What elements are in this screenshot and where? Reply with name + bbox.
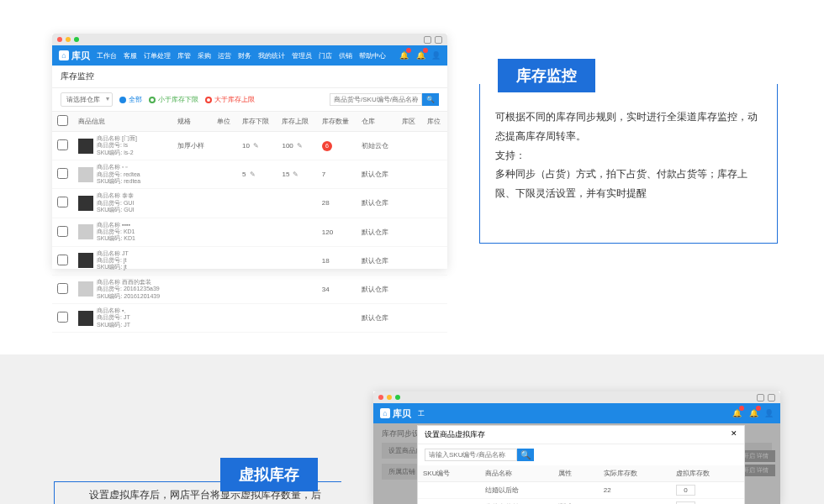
cell-wh: 默认仓库 bbox=[357, 246, 396, 275]
edit-icon[interactable]: ✎ bbox=[293, 171, 298, 178]
cell-qty: 34 bbox=[317, 275, 357, 303]
bell-icon[interactable]: 🔔 bbox=[747, 407, 759, 419]
table-row: 1分的身份付测试10 bbox=[418, 499, 744, 505]
edit-icon[interactable]: ✎ bbox=[253, 142, 259, 150]
cell-wh: 默认仓库 bbox=[357, 275, 396, 303]
window-icon bbox=[424, 36, 431, 44]
table-row: 商品名称 ▪▪▪▪商品货号: KD1SKU编码: KD1 120 默认仓库 bbox=[52, 218, 447, 246]
nav-item[interactable]: 工作台 bbox=[97, 51, 117, 60]
th: 属性 bbox=[553, 465, 599, 482]
brand-text: 库贝 bbox=[71, 50, 90, 62]
product-thumb bbox=[78, 253, 93, 268]
cell-high: 100✎ bbox=[277, 132, 316, 160]
row-check[interactable] bbox=[57, 255, 68, 265]
nav-item[interactable]: 管理员 bbox=[292, 51, 312, 60]
cell-high bbox=[277, 218, 316, 246]
window-icon bbox=[757, 394, 764, 402]
table-row: 结婚以后给220 bbox=[418, 482, 744, 499]
nav-item[interactable]: 运营 bbox=[218, 51, 231, 60]
product-thumb bbox=[78, 139, 93, 154]
cell-high bbox=[277, 246, 316, 275]
nav-item[interactable]: 供销 bbox=[339, 51, 352, 60]
product-info: 商品名称 JT商品货号: jtSKU编码: jt bbox=[97, 250, 129, 271]
row-check[interactable] bbox=[57, 312, 68, 323]
product-info: 商品名称 泰泰商品货号: GUISKU编码: GUI bbox=[97, 192, 135, 213]
search-input[interactable] bbox=[330, 93, 422, 106]
nav-item[interactable]: 帮助中心 bbox=[359, 51, 386, 60]
virt-input[interactable]: 0 bbox=[676, 485, 695, 496]
inventory-table: 商品信息 规格 单位 库存下限 库存上限 库存数量 仓库 库区 库位 商品名称 … bbox=[52, 112, 447, 333]
product-thumb bbox=[78, 196, 93, 211]
close-dot[interactable] bbox=[378, 395, 383, 400]
th: 库区 bbox=[397, 112, 422, 132]
max-dot[interactable] bbox=[395, 395, 400, 400]
table-row: 商品名称 JT商品货号: jtSKU编码: jt 18 默认仓库 bbox=[52, 246, 447, 275]
cell-low bbox=[237, 275, 277, 303]
modal-title: 设置商品虚拟库存 bbox=[425, 429, 485, 440]
check-all[interactable] bbox=[57, 115, 68, 126]
house-icon: ⌂ bbox=[59, 50, 69, 60]
edit-icon[interactable]: ✎ bbox=[250, 171, 256, 178]
th: 仓库 bbox=[357, 112, 396, 132]
min-dot[interactable] bbox=[387, 395, 392, 400]
row-check[interactable] bbox=[57, 197, 68, 207]
close-icon[interactable]: ✕ bbox=[731, 429, 737, 440]
avatar-icon[interactable]: 👤 bbox=[431, 51, 441, 60]
cell-wh: 默认仓库 bbox=[357, 218, 396, 246]
row-check[interactable] bbox=[57, 226, 68, 237]
cell-spec: 加厚小样 bbox=[172, 132, 212, 160]
nav-item[interactable]: 库管 bbox=[177, 51, 191, 60]
close-dot[interactable] bbox=[57, 37, 62, 42]
max-dot[interactable] bbox=[74, 37, 79, 42]
table-row: 商品名称 泰泰商品货号: GUISKU编码: GUI 28 默认仓库 bbox=[52, 189, 447, 218]
border-line bbox=[54, 481, 55, 504]
bell-icon[interactable]: 🔔 bbox=[731, 407, 742, 419]
row-check[interactable] bbox=[57, 283, 68, 294]
row-check[interactable] bbox=[57, 168, 68, 179]
nav-item[interactable]: 订单处理 bbox=[144, 51, 171, 60]
avatar-icon[interactable]: 👤 bbox=[764, 409, 774, 417]
filter-high[interactable]: 大于库存上限 bbox=[205, 95, 255, 104]
search-button[interactable]: 🔍 bbox=[422, 93, 439, 106]
product-info: 商品名称 ▪▪▪▪商品货号: KD1SKU编码: KD1 bbox=[97, 222, 135, 243]
cell-wh: 默认仓库 bbox=[357, 189, 396, 218]
edit-icon[interactable]: ✎ bbox=[297, 142, 303, 150]
filter-low[interactable]: 小于库存下限 bbox=[149, 95, 198, 104]
row-check[interactable] bbox=[57, 139, 68, 150]
min-dot[interactable] bbox=[66, 37, 71, 42]
house-icon: ⌂ bbox=[380, 408, 390, 418]
cell-high bbox=[277, 189, 316, 218]
th-check bbox=[52, 112, 73, 132]
feature-title-box: 虚拟库存 bbox=[220, 458, 318, 491]
bell-icon[interactable]: 🔔 bbox=[398, 50, 409, 61]
modal-search: 🔍 bbox=[418, 444, 744, 465]
window-titlebar bbox=[52, 34, 447, 45]
search-button[interactable]: 🔍 bbox=[517, 449, 534, 461]
th: 商品名称 bbox=[480, 465, 553, 482]
cell-low bbox=[237, 246, 277, 275]
cell-low bbox=[237, 189, 277, 218]
nav-item[interactable]: 财务 bbox=[238, 51, 251, 60]
brand-logo[interactable]: ⌂ 库贝 bbox=[59, 50, 90, 62]
filter-all[interactable]: 全部 bbox=[119, 95, 142, 104]
top-nav: ⌂ 库贝 工作台 🔔 🔔 👤 bbox=[373, 403, 780, 423]
nav-item[interactable]: 客服 bbox=[124, 51, 137, 60]
th: 虚拟库存数 bbox=[671, 465, 744, 482]
bell-icon[interactable]: 🔔 bbox=[415, 50, 426, 61]
modal-dialog: 设置商品虚拟库存 ✕ 🔍 SKU编号 商品名称 属性 实际库存数 虚拟库存数 结 bbox=[417, 425, 745, 504]
warehouse-select[interactable]: 请选择仓库 bbox=[61, 92, 113, 107]
cell-wh: 默认仓库 bbox=[357, 160, 396, 189]
nav-item[interactable]: 我的统计 bbox=[258, 51, 285, 60]
product-info: 商品名称 [门面]商品货号: isSKU编码: is-2 bbox=[97, 135, 137, 156]
modal-search-input[interactable] bbox=[425, 449, 517, 461]
product-thumb bbox=[78, 167, 93, 182]
modal-header: 设置商品虚拟库存 ✕ bbox=[418, 426, 744, 444]
screenshot-inventory-monitor: ⌂ 库贝 工作台 客服 订单处理 库管 采购 运营 财务 我的统计 管理员 门店… bbox=[52, 34, 447, 269]
nav-item[interactable]: 工作台 bbox=[418, 409, 425, 418]
nav-item[interactable]: 采购 bbox=[198, 51, 211, 60]
brand-logo[interactable]: ⌂ 库贝 bbox=[380, 407, 411, 420]
nav-item[interactable]: 门店 bbox=[319, 51, 332, 60]
top-nav: ⌂ 库贝 工作台 客服 订单处理 库管 采购 运营 财务 我的统计 管理员 门店… bbox=[52, 45, 447, 66]
modal-overlay: 设置商品虚拟库存 ✕ 🔍 SKU编号 商品名称 属性 实际库存数 虚拟库存数 结 bbox=[373, 423, 780, 504]
cell-low bbox=[237, 304, 277, 333]
